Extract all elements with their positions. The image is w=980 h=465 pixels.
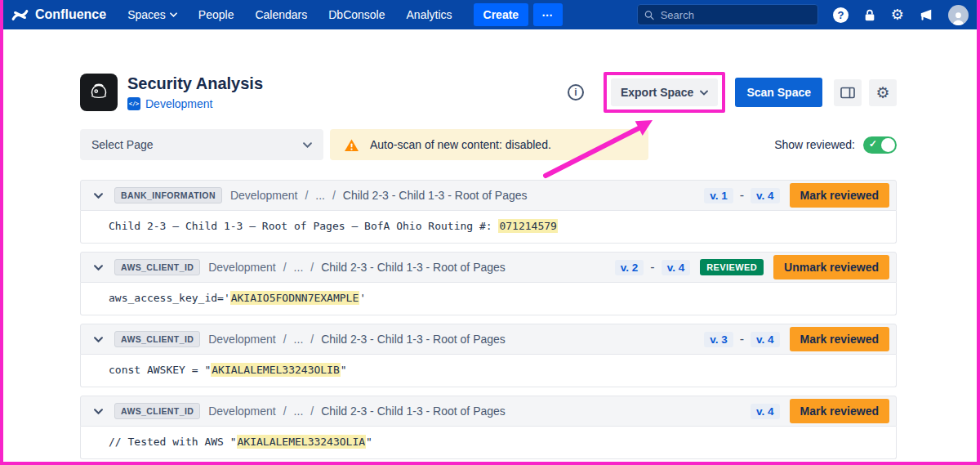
- chevron-down-icon: [170, 12, 177, 17]
- gear-icon[interactable]: ⚙: [891, 7, 904, 22]
- nav-people[interactable]: People: [198, 8, 234, 21]
- nav-search[interactable]: [637, 4, 818, 25]
- mark-reviewed-button[interactable]: Mark reviewed: [790, 183, 890, 208]
- finding-actions: v. 4 Mark reviewed: [751, 399, 889, 423]
- avatar[interactable]: [948, 5, 969, 25]
- breadcrumb-page-link[interactable]: Child 2-3 - Child 1-3 - Root of Pages: [321, 261, 506, 274]
- collapse-chevron-icon[interactable]: [91, 407, 106, 416]
- collapse-chevron-icon[interactable]: [91, 335, 106, 344]
- breadcrumb-ellipsis[interactable]: ...: [315, 189, 325, 202]
- breadcrumb-ellipsis[interactable]: ...: [294, 261, 304, 274]
- show-reviewed-label: Show reviewed:: [774, 138, 855, 151]
- version-from-link[interactable]: v. 3: [704, 332, 733, 347]
- version-separator: -: [740, 332, 744, 347]
- lock-icon[interactable]: [863, 8, 876, 22]
- version-from-link[interactable]: v. 1: [704, 188, 733, 203]
- version-separator: -: [740, 188, 744, 203]
- secret-highlight: AKIALALEMEL33243OLIA: [237, 435, 367, 449]
- show-reviewed-toggle[interactable]: ✓: [863, 136, 897, 154]
- breadcrumb-separator: /: [332, 189, 336, 202]
- space-link[interactable]: Development: [145, 97, 213, 110]
- nav-spaces[interactable]: Spaces: [127, 8, 177, 21]
- top-nav: Confluence Spaces People Calendars DbCon…: [0, 0, 980, 29]
- snippet-text: Child 2-3 – Child 1-3 – Root of Pages – …: [109, 220, 498, 232]
- finding-snippet: const AWSKEY = "AKIALALEMEL33243OLIB": [80, 355, 897, 387]
- help-icon[interactable]: ?: [833, 7, 849, 23]
- mark-reviewed-button[interactable]: Mark reviewed: [790, 327, 890, 351]
- breadcrumb-page-link[interactable]: Child 2-3 - Child 1-3 - Root of Pages: [343, 189, 528, 202]
- finding-header: AWS_CLIENT_ID Development / ... / Child …: [80, 396, 897, 427]
- layout-icon[interactable]: [834, 79, 862, 106]
- nav-more-button[interactable]: ⋯: [533, 3, 563, 26]
- toolbar: Select Page Auto-scan of new content: di…: [80, 129, 897, 160]
- space-header: Security Analysis </> Development i Expo…: [80, 72, 897, 113]
- select-page-dropdown[interactable]: Select Page: [80, 129, 323, 160]
- breadcrumb: Development / ... / Child 2-3 - Child 1-…: [208, 333, 506, 346]
- breadcrumb-space-link[interactable]: Development: [208, 261, 276, 274]
- breadcrumb-separator: /: [310, 261, 314, 274]
- check-icon: ✓: [869, 138, 877, 150]
- mark-reviewed-button[interactable]: Mark reviewed: [790, 399, 890, 423]
- person-icon: [951, 10, 966, 25]
- chevron-down-icon: [700, 90, 708, 96]
- nav-analytics[interactable]: Analytics: [407, 8, 452, 21]
- main-content: Security Analysis </> Development i Expo…: [0, 72, 980, 459]
- breadcrumb-space-link[interactable]: Development: [208, 333, 276, 346]
- export-space-label: Export Space: [621, 86, 693, 99]
- export-space-button[interactable]: Export Space: [611, 78, 718, 106]
- secret-highlight: 071214579: [498, 219, 557, 233]
- scan-space-button[interactable]: Scan Space: [735, 78, 822, 107]
- snippet-text: ': [359, 292, 366, 304]
- breadcrumb-page-link[interactable]: Child 2-3 - Child 1-3 - Root of Pages: [321, 405, 506, 418]
- megaphone-icon[interactable]: [919, 8, 933, 21]
- version-to-link[interactable]: v. 4: [751, 332, 780, 347]
- brand-name: Confluence: [35, 7, 106, 22]
- reviewed-badge: REVIEWED: [700, 259, 764, 275]
- version-to-link[interactable]: v. 4: [751, 404, 780, 419]
- secret-highlight: AKIAIO5FODNN7EXAMPLE: [230, 291, 360, 305]
- finding-card: AWS_CLIENT_ID Development / ... / Child …: [80, 324, 897, 387]
- nav-spaces-label: Spaces: [127, 8, 166, 21]
- warning-text: Auto-scan of new content: disabled.: [370, 138, 551, 151]
- header-actions: i Export Space Scan Space ⚙: [568, 72, 897, 113]
- version-from-link[interactable]: v. 2: [615, 260, 644, 275]
- app-icon: [80, 74, 118, 111]
- breadcrumb-separator: /: [283, 333, 287, 346]
- breadcrumb-separator: /: [305, 189, 308, 202]
- finding-snippet: Child 2-3 – Child 1-3 – Root of Pages – …: [80, 211, 897, 244]
- breadcrumb-ellipsis[interactable]: ...: [294, 333, 304, 346]
- nav-calendars[interactable]: Calendars: [255, 8, 307, 21]
- breadcrumb-separator: /: [310, 333, 314, 346]
- nav-dbconsole[interactable]: DbConsole: [328, 8, 385, 21]
- breadcrumb-separator: /: [283, 405, 287, 418]
- finding-header: AWS_CLIENT_ID Development / ... / Child …: [80, 324, 897, 355]
- breadcrumb: Development / ... / Child 2-3 - Child 1-…: [208, 405, 506, 418]
- breadcrumb-space-link[interactable]: Development: [230, 189, 298, 202]
- settings-gear-icon[interactable]: ⚙: [869, 79, 897, 106]
- select-page-label: Select Page: [91, 138, 154, 151]
- breadcrumb-space-link[interactable]: Development: [208, 405, 276, 418]
- code-icon: </>: [127, 97, 140, 110]
- chevron-down-icon: [303, 142, 312, 148]
- create-button[interactable]: Create: [474, 3, 529, 26]
- finding-snippet: aws_access_key_id='AKIAIO5FODNN7EXAMPLE': [80, 283, 897, 315]
- info-icon[interactable]: i: [568, 84, 584, 101]
- page-title: Security Analysis: [127, 74, 263, 93]
- version-to-link[interactable]: v. 4: [662, 260, 691, 275]
- snippet-text: ": [366, 436, 372, 448]
- warning-icon: [344, 138, 359, 152]
- version-separator: -: [650, 260, 654, 275]
- collapse-chevron-icon[interactable]: [91, 191, 106, 200]
- nav-right: ? ⚙: [637, 4, 969, 25]
- confluence-home-link[interactable]: Confluence: [11, 7, 106, 24]
- breadcrumb-page-link[interactable]: Child 2-3 - Child 1-3 - Root of Pages: [321, 333, 506, 346]
- search-icon: [644, 10, 654, 20]
- breadcrumb-ellipsis[interactable]: ...: [294, 405, 304, 418]
- version-to-link[interactable]: v. 4: [751, 188, 780, 203]
- unmark-reviewed-button[interactable]: Unmark reviewed: [773, 255, 889, 279]
- search-input[interactable]: [659, 8, 811, 22]
- breadcrumb: Development / ... / Child 2-3 - Child 1-…: [208, 261, 506, 274]
- finding-type-badge: BANK_INFORMATION: [114, 187, 222, 203]
- collapse-chevron-icon[interactable]: [91, 263, 106, 272]
- snippet-text: ": [341, 364, 347, 376]
